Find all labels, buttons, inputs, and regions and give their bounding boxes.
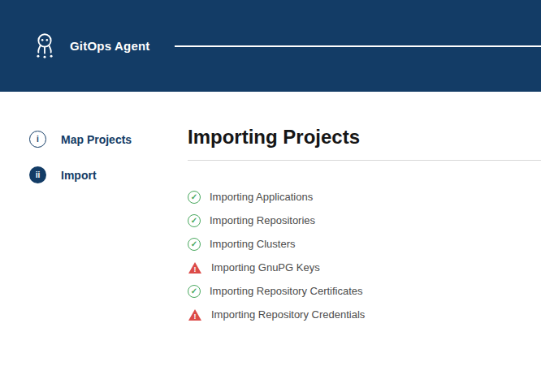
check-circle-icon bbox=[188, 285, 201, 298]
list-item: Importing GnuPG Keys bbox=[188, 261, 541, 274]
sidebar-item-import[interactable]: ii Import bbox=[29, 166, 188, 183]
list-item-label: Importing Repositories bbox=[210, 214, 315, 226]
list-item: Importing Repositories bbox=[188, 214, 541, 227]
list-item: Importing Repository Certificates bbox=[188, 285, 541, 298]
page-body: i Map Projects ii Import Importing Proje… bbox=[0, 92, 541, 321]
list-item: Importing Clusters bbox=[188, 238, 541, 251]
argo-octopus-logo-icon bbox=[31, 31, 58, 62]
main-panel: Importing Projects Importing Application… bbox=[188, 92, 541, 321]
list-item: Importing Repository Credentials bbox=[188, 308, 541, 321]
list-item-label: Importing Repository Certificates bbox=[210, 285, 363, 297]
app-title: GitOps Agent bbox=[70, 39, 150, 53]
list-item-label: Importing Repository Credentials bbox=[211, 308, 365, 321]
list-item-label: Importing Clusters bbox=[210, 238, 295, 250]
app-header: GitOps Agent bbox=[0, 0, 541, 92]
list-item-label: Importing Applications bbox=[210, 191, 313, 203]
step-label: Import bbox=[61, 169, 97, 182]
wizard-steps-sidebar: i Map Projects ii Import bbox=[0, 92, 188, 321]
title-divider bbox=[188, 160, 541, 161]
page-title: Importing Projects bbox=[188, 126, 541, 149]
check-circle-icon bbox=[188, 214, 201, 227]
sidebar-item-map-projects[interactable]: i Map Projects bbox=[29, 131, 188, 148]
import-status-list: Importing Applications Importing Reposit… bbox=[188, 191, 541, 321]
check-circle-icon bbox=[188, 238, 201, 251]
header-rule bbox=[175, 45, 541, 47]
step-number-badge: i bbox=[29, 131, 46, 148]
warning-triangle-icon bbox=[188, 308, 202, 321]
warning-triangle-icon bbox=[188, 261, 202, 274]
step-label: Map Projects bbox=[61, 133, 132, 146]
list-item: Importing Applications bbox=[188, 191, 541, 204]
list-item-label: Importing GnuPG Keys bbox=[211, 261, 320, 274]
check-circle-icon bbox=[188, 191, 201, 204]
step-number-badge: ii bbox=[29, 166, 46, 183]
